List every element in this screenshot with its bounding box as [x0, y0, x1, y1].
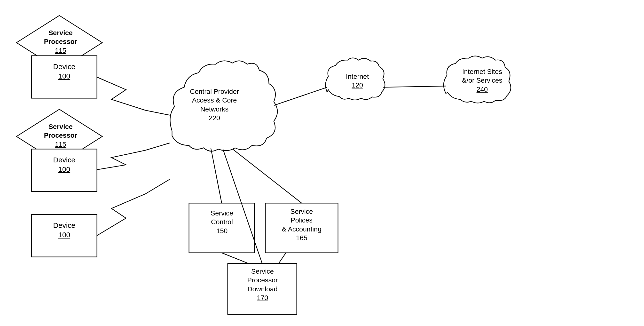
- sp1-number: 115: [55, 47, 66, 54]
- internet-number: 120: [352, 82, 363, 89]
- device3-label: Device 100: [35, 220, 93, 240]
- device2-label: Device 100: [35, 155, 93, 174]
- internet-label: Internet 120: [334, 72, 380, 90]
- line-cloud-internet: [274, 87, 327, 106]
- service-polices-label: ServicePolices& Accounting 165: [266, 207, 337, 242]
- sp2-label: Service Processor 115: [36, 122, 85, 149]
- sp-download-number: 170: [257, 294, 268, 302]
- line-cloud-service-polices: [232, 149, 302, 203]
- line-device3-cloud: [97, 179, 170, 236]
- diagram-svg: [0, 0, 644, 326]
- sp2-number: 115: [55, 140, 66, 148]
- service-polices-number: 165: [296, 234, 308, 242]
- line-device2-cloud: [97, 143, 170, 170]
- service-control-label: ServiceControl 150: [190, 209, 254, 235]
- sp1-label: Service Processor 115: [36, 28, 85, 55]
- line-cloud-service-control: [211, 148, 222, 203]
- service-control-number: 150: [216, 227, 228, 234]
- device2-number: 100: [58, 165, 70, 173]
- device1-number: 100: [58, 72, 70, 80]
- internet-sites-label: Internet Sites &/or Services 240: [454, 68, 510, 94]
- line-sp-spd: [279, 253, 286, 264]
- diagram-container: Service Processor 115 Device 100 Service…: [0, 0, 644, 326]
- central-cloud-label: Central Provider Access & Core Networks …: [183, 87, 246, 123]
- line-sc-spd: [222, 253, 248, 264]
- device1-label: Device 100: [35, 62, 93, 81]
- central-cloud-number: 220: [209, 114, 220, 122]
- line-internet-sites: [383, 86, 446, 87]
- sp-download-label: ServiceProcessorDownload 170: [229, 267, 296, 302]
- device3-number: 100: [58, 231, 70, 239]
- line-device1-cloud: [97, 77, 170, 115]
- internet-sites-number: 240: [476, 86, 488, 93]
